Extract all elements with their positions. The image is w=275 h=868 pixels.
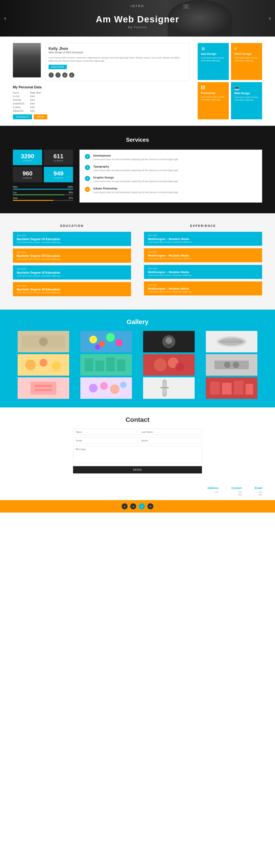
- data-row-email: E-MAIL XXX: [13, 106, 189, 108]
- form-row-contact: [73, 437, 202, 444]
- contact-form: SEND: [73, 429, 202, 473]
- service-title-3: Graphic Design: [93, 176, 178, 179]
- stat-number-3: 960: [16, 170, 39, 177]
- exp-sub-3: Lorem ipsum dolor sit amet, consectetur …: [148, 274, 258, 276]
- svg-rect-3: [80, 331, 132, 352]
- services-list: 1 Development Lorem ipsum dolor sit amet…: [79, 150, 262, 203]
- label-website: WEBSITE: [13, 110, 28, 112]
- exp-title-4: WebDesigner – Mutation Media: [148, 287, 258, 290]
- gallery-item-8[interactable]: [201, 354, 262, 376]
- skill-bar-css-percent: 85%: [69, 191, 73, 194]
- contact-title: Contact: [13, 416, 262, 423]
- svg-point-4: [90, 336, 97, 343]
- edu-sub-4: Lorem ipsum dolor sit amet, consectetur …: [17, 291, 127, 294]
- gallery-item-1[interactable]: [13, 331, 74, 352]
- skill-desc-web-design: Lorem ipsum dolor sit amet, consectetur …: [201, 57, 226, 62]
- skill-bar-css-fill: [13, 194, 64, 195]
- label-dob: D.O.B: [13, 95, 28, 98]
- gallery-item-9[interactable]: [13, 377, 74, 399]
- data-row-name: Name Kelly Jhon: [13, 91, 189, 94]
- footer-contact-label: Contact: [231, 486, 242, 490]
- edu-title-4: Bachelor Degree Of Education: [17, 288, 127, 291]
- value-dob: XXX: [30, 95, 35, 98]
- edu-item-3: 2014-2018 Bachelor Degree Of Education L…: [13, 265, 131, 280]
- footer-nav-dot-2[interactable]: ●: [130, 503, 136, 509]
- footer-contact-value: xxxxxx: [231, 491, 242, 496]
- name-input[interactable]: [73, 429, 136, 435]
- label-email: E-MAIL: [13, 106, 28, 108]
- skill-bar-css-label: Css: [13, 191, 16, 194]
- edu-sub-2: Lorem ipsum dolor sit amet, consectetur …: [17, 258, 127, 260]
- gallery-item-5[interactable]: [13, 354, 74, 376]
- profile-job-title: Web Design & Web Developer: [48, 51, 185, 54]
- svg-point-41: [110, 384, 119, 394]
- service-desc-2: Lorem ipsum dolor sit amet,consectetur a…: [93, 169, 178, 172]
- svg-point-33: [233, 362, 239, 368]
- email-input[interactable]: [73, 437, 136, 444]
- edu-sub-3: Lorem ipsum dolor sit amet, consectetur …: [17, 275, 127, 277]
- data-row-phone: PHONE XXX: [13, 99, 189, 101]
- phone-input[interactable]: [139, 437, 202, 444]
- exp-title-3: WebDesigner – Mutation Media: [148, 271, 258, 274]
- gallery-item-10[interactable]: [76, 377, 137, 399]
- service-num-4: 4: [85, 187, 90, 192]
- svg-point-19: [39, 359, 47, 367]
- linkedin-icon[interactable]: in: [62, 72, 67, 78]
- edu-year-3: 2014-2018: [17, 268, 127, 270]
- service-item-3: 3 Graphic Design Lorem ipsum dolor sit a…: [85, 176, 257, 183]
- footer-nav-dot-4[interactable]: ●: [147, 503, 153, 509]
- read-more-button[interactable]: READ MORE: [48, 65, 67, 69]
- svg-point-18: [25, 360, 36, 370]
- exp-item-3: 2014-2018 WebDesigner – Mutation Media L…: [144, 265, 262, 279]
- twitter-icon[interactable]: t: [56, 72, 61, 78]
- last-name-input[interactable]: [139, 429, 202, 435]
- profile-card: Kelly Jhon Web Design & Web Developer Lo…: [45, 43, 189, 81]
- hire-me-button[interactable]: Hire Me: [34, 114, 47, 119]
- gallery-item-4[interactable]: [201, 331, 262, 352]
- gallery-item-12[interactable]: [201, 377, 262, 399]
- edu-title-3: Bachelor Degree Of Education: [17, 271, 127, 274]
- service-desc-3: Lorem ipsum dolor sit amet,consectetur a…: [93, 180, 178, 183]
- prev-arrow[interactable]: ‹: [4, 15, 6, 21]
- menu-icon[interactable]: [183, 4, 189, 9]
- web-design-2-icon: 💻: [234, 85, 259, 91]
- footer-nav-dot-1[interactable]: ●: [122, 503, 128, 509]
- value-email: XXX: [30, 106, 35, 108]
- skill-card-photoshop: 🖼 Photoshop Lorem ipsum dolor sit amet, …: [198, 82, 229, 119]
- svg-point-27: [154, 359, 167, 371]
- google-icon[interactable]: g: [69, 72, 74, 78]
- download-cv-button[interactable]: Download CV: [13, 114, 32, 119]
- footer-email-value: xxxxxx: [254, 491, 262, 496]
- skill-bar-html-track: [13, 189, 73, 190]
- next-arrow[interactable]: ›: [269, 15, 271, 21]
- menu-line: [184, 5, 188, 6]
- gallery-section: Gallery: [0, 310, 275, 407]
- skill-name-web-design-2: Web Design: [234, 92, 259, 95]
- send-button[interactable]: SEND: [73, 466, 202, 473]
- edu-title-2: Bachelor Degree Of Education: [17, 254, 127, 257]
- profile-buttons: Download CV Hire Me: [13, 114, 189, 119]
- skill-bar-java: Java 67%: [13, 197, 73, 201]
- svg-rect-31: [214, 361, 249, 369]
- facebook-icon[interactable]: f: [48, 72, 54, 78]
- stat-label-2: CLIENTS: [47, 160, 70, 162]
- personal-data: My Personal Data Name Kelly Jhon D.O.B X…: [13, 85, 189, 119]
- service-text-1: Development Lorem ipsum dolor sit amet,c…: [93, 154, 178, 161]
- gallery-item-7[interactable]: [138, 354, 199, 376]
- gallery-item-2[interactable]: [76, 331, 137, 352]
- message-textarea[interactable]: [73, 446, 202, 463]
- stat-card-2: 611 CLIENTS: [44, 150, 73, 165]
- gallery-item-6[interactable]: [76, 354, 137, 376]
- exp-item-1: 2022-2026 WebDesigner – Mutation Media L…: [144, 232, 262, 246]
- footer-nav-dot-3[interactable]: ●: [139, 503, 145, 509]
- intro-section: INTRO ‹ Am Web Designer My Passion ›: [0, 0, 275, 36]
- footer-contact: Contact xxxxxx: [231, 486, 242, 496]
- experience-label: EXPERIENCE: [144, 224, 262, 227]
- gallery-item-3[interactable]: [138, 331, 199, 352]
- svg-point-40: [100, 382, 108, 390]
- value-website: XXX: [30, 110, 35, 112]
- gallery-item-11[interactable]: [138, 377, 199, 399]
- skill-bar-html-fill: [13, 189, 73, 190]
- intro-logo: INTRO: [131, 4, 144, 8]
- services-section: Services 3290 CLIENTS 611 CLIENTS 960 CL…: [0, 126, 275, 213]
